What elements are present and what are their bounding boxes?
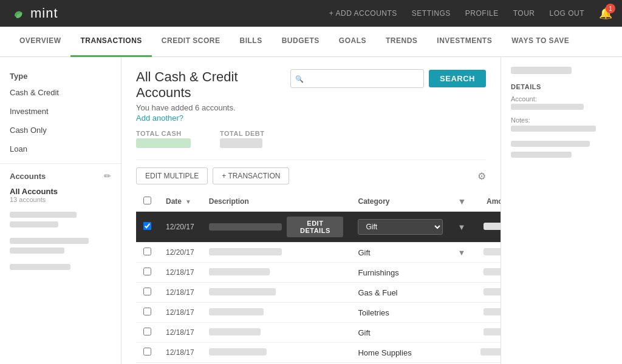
details-notes-label: Notes: <box>511 116 612 124</box>
accounts-edit-icon[interactable]: ✏ <box>104 171 111 181</box>
row-description: EDIT DETAILS <box>202 212 351 243</box>
add-accounts-link[interactable]: + ADD ACCOUNTS <box>329 9 397 18</box>
row-checkbox[interactable] <box>143 288 151 295</box>
nav-investments[interactable]: INVESTMENTS <box>427 27 502 57</box>
category-filter-icon[interactable]: ▼ <box>457 197 466 206</box>
totals-row: TOTAL CASH TOTAL DEBT <box>136 130 486 150</box>
row-description <box>202 283 351 303</box>
search-input[interactable] <box>290 69 424 88</box>
th-category: Category <box>350 192 450 212</box>
logo-text: mint <box>30 5 58 21</box>
row-filter[interactable] <box>450 343 473 363</box>
category-select[interactable]: Gift <box>358 219 443 235</box>
date-sort-icon: ▼ <box>185 198 191 205</box>
type-section-title: Type <box>0 67 121 83</box>
details-account-label: Account: <box>511 95 612 103</box>
edit-multiple-button[interactable]: EDIT MULTIPLE <box>136 167 208 184</box>
total-cash-value <box>136 138 191 148</box>
divider <box>136 160 486 160</box>
main-content: All Cash & Credit Accounts You have adde… <box>121 57 501 364</box>
gear-icon[interactable]: ⚙ <box>477 170 486 182</box>
tour-link[interactable]: TOUR <box>513 9 535 18</box>
edit-details-button[interactable]: EDIT DETAILS <box>287 217 343 237</box>
row-description <box>202 263 351 283</box>
th-date[interactable]: Date ▼ <box>159 192 202 212</box>
row-amount <box>473 323 501 343</box>
sidebar-item-investment[interactable]: Investment <box>0 102 121 121</box>
row-filter[interactable] <box>450 263 473 283</box>
logo: mint <box>10 5 58 22</box>
profile-link[interactable]: PROFILE <box>465 9 499 18</box>
sidebar-account-3[interactable] <box>0 259 121 275</box>
row-filter[interactable]: ▼ <box>450 212 473 243</box>
transactions-table: Date ▼ Description Category ▼ Amount 12/… <box>136 192 501 364</box>
total-cash: TOTAL CASH <box>136 130 191 150</box>
sidebar-item-loan[interactable]: Loan <box>0 140 121 158</box>
row-description <box>202 303 351 323</box>
table-header-row: Date ▼ Description Category ▼ Amount <box>136 192 501 212</box>
all-accounts-label: All Accounts <box>10 187 111 196</box>
notification-bell[interactable]: 🔔 1 <box>599 7 612 20</box>
nav-transactions[interactable]: TRANSACTIONS <box>70 27 151 57</box>
accounts-section-header: Accounts ✏ <box>0 163 121 183</box>
row-description <box>202 323 351 343</box>
row-checkbox[interactable] <box>143 248 151 255</box>
row-amount <box>473 303 501 323</box>
logout-link[interactable]: LOG OUT <box>549 9 584 18</box>
table-row: 12/20/17Gift▼ <box>136 243 501 263</box>
details-notes-value <box>511 126 596 132</box>
th-description: Description <box>202 192 351 212</box>
table-row: 12/18/17Furnishings <box>136 263 501 283</box>
row-date: 12/18/17 <box>159 303 202 323</box>
total-debt-value <box>220 138 262 148</box>
row-amount <box>473 283 501 303</box>
nav-ways-to-save[interactable]: WAYS TO SAVE <box>502 27 579 57</box>
top-nav-links: + ADD ACCOUNTS SETTINGS PROFILE TOUR LOG… <box>329 7 612 20</box>
total-debt: TOTAL DEBT <box>220 130 264 150</box>
sidebar-item-cash-only[interactable]: Cash Only <box>0 121 121 140</box>
add-another-link[interactable]: Add another? <box>136 113 183 123</box>
nav-trends[interactable]: TRENDS <box>376 27 427 57</box>
nav-goals[interactable]: GOALS <box>329 27 376 57</box>
row-filter[interactable] <box>450 303 473 323</box>
row-checkbox[interactable] <box>143 328 151 335</box>
add-transaction-button[interactable]: + TRANSACTION <box>213 167 289 184</box>
mint-logo-icon <box>10 5 27 22</box>
row-category: Gift <box>350 243 450 263</box>
sidebar-account-1[interactable] <box>0 207 121 233</box>
row-checkbox[interactable] <box>143 268 151 275</box>
row-filter-icon[interactable]: ▼ <box>457 223 465 232</box>
settings-link[interactable]: SETTINGS <box>412 9 451 18</box>
row-checkbox[interactable] <box>143 222 151 230</box>
row-filter[interactable] <box>450 323 473 343</box>
page-title: All Cash & Credit Accounts <box>136 69 290 101</box>
th-select <box>136 192 159 212</box>
row-filter-icon[interactable]: ▼ <box>457 248 465 257</box>
row-filter[interactable]: ▼ <box>450 243 473 263</box>
toolbar: EDIT MULTIPLE + TRANSACTION ⚙ <box>136 167 486 184</box>
notification-badge: 1 <box>606 4 615 13</box>
row-amount <box>473 243 501 263</box>
row-filter[interactable] <box>450 283 473 303</box>
row-checkbox[interactable] <box>143 348 151 356</box>
sidebar-account-2[interactable] <box>0 233 121 259</box>
search-button[interactable]: SEARCH <box>429 70 486 87</box>
accounts-section-title: Accounts <box>10 172 46 181</box>
nav-credit-score[interactable]: CREDIT SCORE <box>152 27 230 57</box>
row-checkbox[interactable] <box>143 308 151 315</box>
all-accounts-sub: 13 accounts <box>10 196 111 203</box>
sidebar-item-cash-credit[interactable]: Cash & Credit <box>0 83 121 102</box>
row-category: Gas & Fuel <box>350 283 450 303</box>
sidebar-all-accounts[interactable]: All Accounts 13 accounts <box>0 183 121 207</box>
nav-budgets[interactable]: BUDGETS <box>272 27 329 57</box>
row-category[interactable]: Gift <box>350 212 450 243</box>
row-amount <box>473 343 501 363</box>
nav-bills[interactable]: BILLS <box>230 27 272 57</box>
select-all-checkbox[interactable] <box>143 197 151 204</box>
search-input-wrap <box>290 69 424 88</box>
table-row: 12/18/17Gas & Fuel <box>136 283 501 303</box>
details-section-title: DETAILS <box>511 83 612 90</box>
row-date: 12/18/17 <box>159 263 202 283</box>
row-date: 12/18/17 <box>159 323 202 343</box>
nav-overview[interactable]: OVERVIEW <box>10 27 70 57</box>
